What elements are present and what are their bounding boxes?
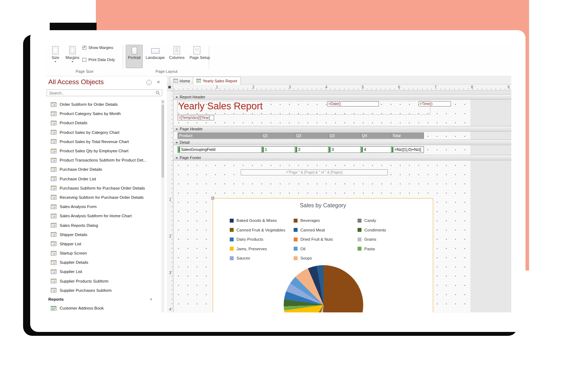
form-icon: [51, 176, 56, 181]
time-expression-textbox[interactable]: =Time(): [419, 101, 451, 106]
page-setup-button[interactable]: Page Setup: [188, 45, 205, 68]
ruler-number: 9: [507, 85, 510, 89]
nav-list-item[interactable]: Startup Screen: [46, 248, 161, 258]
ruler-number: 3: [288, 85, 291, 89]
column-header-cell[interactable]: Q4: [360, 132, 391, 139]
legend-label: Beverages: [300, 218, 320, 223]
nav-list-item[interactable]: Sales Analysis Form: [46, 202, 161, 211]
section-bar-report-header[interactable]: ◄ Report Header: [173, 94, 511, 100]
nav-menu-chevron-icon[interactable]: ⌄: [146, 80, 152, 85]
nav-list-item[interactable]: Order Subform for Order Details: [46, 100, 161, 109]
nav-list-item[interactable]: Product Category Sales by Month: [46, 109, 161, 118]
vertical-ruler[interactable]: 1234: [167, 91, 173, 312]
scroll-up-arrow-icon[interactable]: ▲: [161, 100, 164, 104]
nav-list-item[interactable]: Purchase Order List: [46, 174, 161, 184]
report-title-label[interactable]: Yearly Sales Report: [178, 101, 263, 112]
dropdown-caret-icon: ▾: [51, 60, 59, 64]
nav-list-item[interactable]: Shipper Details: [46, 230, 161, 239]
section-bar-page-header[interactable]: ◄ Page Header: [173, 126, 511, 132]
page-number-expression-textbox[interactable]: ="Page " & [Page] & " of " & [Pages]: [241, 169, 388, 175]
detail-field-textbox[interactable]: 2: [295, 146, 328, 153]
nav-scrollbar-thumb[interactable]: [162, 105, 164, 177]
landscape-button[interactable]: Landscape: [144, 45, 166, 68]
size-button[interactable]: Size▾: [48, 45, 62, 68]
detail-field-textbox[interactable]: 4: [360, 146, 391, 153]
column-header-cell[interactable]: Q3: [328, 132, 361, 139]
nav-list-item[interactable]: Receiving Subform for Purchase Order Det…: [46, 193, 161, 202]
horizontal-ruler[interactable]: 123456789: [173, 84, 511, 91]
nav-list-item[interactable]: Product Transactions Subform for Product…: [46, 155, 161, 165]
column-header-cell[interactable]: Total: [391, 132, 424, 139]
nav-list-item[interactable]: Supplier List: [46, 267, 161, 276]
report-selector-corner[interactable]: [167, 84, 173, 91]
legend-label: Baked Goods & Mixes: [236, 218, 277, 223]
section-select-icon[interactable]: ◄: [175, 141, 178, 144]
nav-list-item[interactable]: Supplier Details: [46, 258, 161, 267]
nav-list-item[interactable]: Purchase Order Details: [46, 165, 161, 174]
print-data-only-label: Print Data Only: [88, 58, 115, 62]
column-header-cell[interactable]: Q2: [295, 132, 328, 139]
margins-button[interactable]: Margins▾: [64, 45, 81, 68]
date-expression-textbox[interactable]: =Date(): [327, 101, 379, 106]
print-data-only-checkbox[interactable]: Print Data Only: [82, 58, 115, 62]
search-input[interactable]: [47, 91, 156, 95]
group-label-page-layout: Page Layout: [125, 69, 208, 73]
search-icon[interactable]: [156, 91, 160, 95]
detail-field-textbox[interactable]: =Nz([1],0)+Nz([: [391, 146, 424, 153]
section-select-icon[interactable]: ◄: [175, 127, 178, 131]
nav-list-item[interactable]: Product Sales Qty by Employee Chart: [46, 146, 161, 155]
form-icon: [51, 223, 56, 228]
legend-label: Sauces: [236, 256, 250, 260]
nav-group-reports[interactable]: Reports ∧: [46, 295, 161, 304]
checkbox-unchecked-icon[interactable]: [82, 58, 86, 62]
checkbox-checked-icon[interactable]: [82, 46, 86, 50]
nav-item-label: Product Sales by Category Chart: [60, 130, 119, 135]
nav-list-item[interactable]: Sales Analysis Subform for Home Chart: [46, 211, 161, 220]
column-header-cell[interactable]: Product: [178, 132, 262, 139]
tab-yearly-sales-report[interactable]: Yearly Sales Report: [193, 77, 241, 84]
detail-section[interactable]: SalesGroupingField1234=Nz([1],0)+Nz([: [174, 145, 470, 155]
portrait-button[interactable]: Portrait: [126, 45, 143, 68]
legend-item: Sauces: [230, 256, 294, 260]
nav-list-item[interactable]: Supplier Products Subform: [46, 277, 161, 286]
legend-label: Dairy Products: [236, 237, 263, 241]
nav-list-item[interactable]: Product Sales by Category Chart: [46, 128, 161, 137]
legend-swatch: [294, 256, 298, 260]
ribbon-separator: [209, 46, 209, 69]
section-select-icon[interactable]: ◄: [175, 156, 178, 159]
resize-handle[interactable]: [211, 197, 214, 200]
ruler-number: 2: [169, 234, 171, 238]
section-select-icon[interactable]: ◄: [175, 95, 178, 99]
legend-swatch: [230, 219, 234, 223]
nav-list-item[interactable]: Purchases Subform for Purchase Order Det…: [46, 184, 161, 193]
nav-list-item[interactable]: Customer Address Book: [46, 304, 161, 312]
detail-field-textbox[interactable]: 1: [261, 146, 295, 153]
landscape-button-label: Landscape: [146, 55, 165, 60]
nav-scrollbar[interactable]: ▲: [161, 100, 164, 312]
ruler-number: 4: [169, 307, 171, 311]
columns-button[interactable]: Columns: [168, 45, 186, 68]
show-margins-checkbox[interactable]: Show Margins: [82, 45, 113, 50]
shutter-bar-collapse-icon[interactable]: «: [157, 79, 160, 84]
form-icon: [51, 260, 56, 265]
tempvars-expression-textbox[interactable]: =[TempVars]![Year]: [178, 115, 214, 120]
section-bar-page-footer[interactable]: ◄ Page Footer: [173, 155, 511, 160]
nav-list-item[interactable]: Supplier Purchases Subform: [46, 286, 161, 295]
column-header-cell[interactable]: Q1: [261, 132, 295, 139]
page-header-section[interactable]: ProductQ1Q2Q3Q4Total: [174, 132, 470, 140]
nav-list-item[interactable]: Product Details: [46, 118, 161, 127]
nav-list-item[interactable]: Shipper List: [46, 239, 161, 248]
sales-by-category-chart[interactable]: Sales by Category Baked Goods & Mixes Be…: [213, 198, 433, 312]
report-header-section[interactable]: Yearly Sales Report =Date() =Time() =[Te…: [174, 100, 470, 126]
page-footer-section[interactable]: ="Page " & [Page] & " of " & [Pages] Sal…: [174, 161, 470, 312]
section-bar-detail[interactable]: ◄ Detail: [173, 140, 511, 145]
collapse-group-icon[interactable]: ∧: [150, 297, 152, 301]
detail-field-textbox[interactable]: 3: [328, 146, 361, 153]
legend-label: Grains: [364, 237, 376, 241]
nav-list-item[interactable]: Sales Reports Dialog: [46, 220, 161, 230]
nav-item-label: Purchase Order List: [60, 177, 96, 181]
tab-home[interactable]: Home: [170, 77, 194, 84]
nav-list-item[interactable]: Product Sales by Total Revenue Chart: [46, 137, 161, 146]
nav-item-label: Receiving Subform for Purchase Order Det…: [60, 195, 144, 200]
detail-field-textbox[interactable]: SalesGroupingField: [178, 146, 262, 153]
